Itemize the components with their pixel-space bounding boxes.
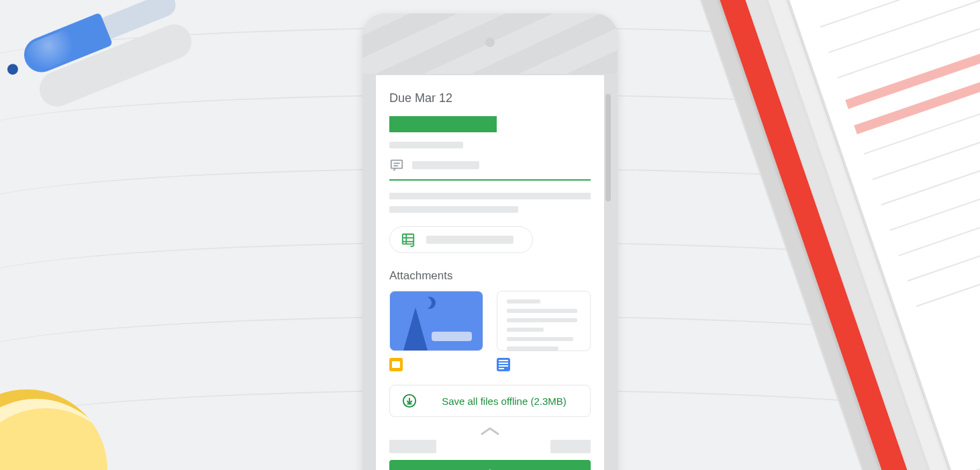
phone-frame: Due Mar 12 Attachments [362, 13, 618, 470]
svg-rect-3 [403, 234, 414, 244]
phone-speaker [485, 38, 495, 47]
rubric-label-placeholder [426, 236, 513, 244]
eiffel-illustration [403, 302, 428, 350]
save-offline-label: Save all files offline (2.3MB) [430, 395, 578, 407]
attachment-doc[interactable] [497, 291, 591, 351]
expand-handle[interactable] [389, 426, 591, 436]
assignment-screen: Due Mar 12 Attachments [376, 75, 604, 470]
download-icon [402, 393, 417, 408]
comment-icon [389, 158, 404, 173]
ball-illustration [0, 389, 107, 470]
save-offline-button[interactable]: Save all files offline (2.3MB) [389, 385, 591, 417]
rubric-chip[interactable] [389, 226, 533, 253]
due-date: Due Mar 12 [389, 91, 591, 105]
description-line [389, 206, 518, 213]
your-work-row [389, 440, 591, 453]
scrollbar[interactable] [605, 94, 611, 201]
status-placeholder [550, 440, 591, 453]
pen-illustration [0, 0, 161, 130]
your-work-label-placeholder [389, 440, 436, 453]
slides-thumbnail [389, 291, 483, 351]
rubric-icon [401, 232, 415, 247]
attachment-slides[interactable] [389, 291, 483, 351]
attachment-cards [389, 291, 591, 351]
class-comments-row[interactable] [389, 158, 591, 173]
description-line [389, 193, 591, 199]
moon-illustration [424, 297, 436, 309]
assignment-title-placeholder [389, 116, 497, 132]
svg-rect-0 [391, 160, 403, 169]
doc-thumbnail [497, 291, 591, 351]
docs-file-icon [497, 358, 510, 371]
attachments-header: Attachments [389, 269, 591, 283]
comment-placeholder [412, 161, 479, 169]
divider [389, 179, 591, 181]
add-work-button[interactable] [389, 460, 591, 470]
plus-icon [483, 467, 497, 470]
subtitle-placeholder [389, 142, 463, 148]
slides-file-icon [389, 358, 403, 371]
